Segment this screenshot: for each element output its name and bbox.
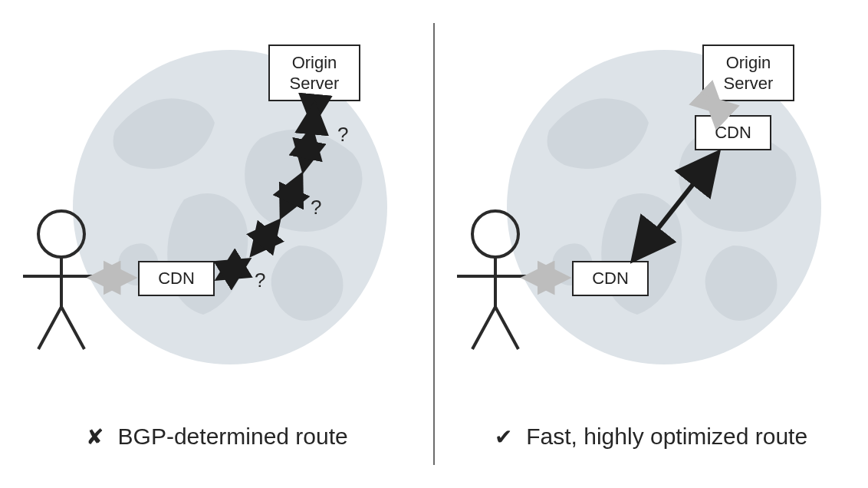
diagram-stage: OriginServer CDN ? ? ?	[0, 0, 868, 488]
right-caption: ✔ Fast, highly optimized route	[434, 424, 868, 450]
svg-line-4	[38, 307, 61, 349]
check-icon: ✔	[495, 425, 512, 449]
cdn-top-box: CDN	[695, 115, 771, 150]
svg-line-17	[495, 307, 518, 349]
left-caption: ✘ BGP-determined route	[0, 424, 434, 450]
cdn-bottom-box: CDN	[572, 261, 649, 296]
user-icon	[449, 203, 541, 357]
svg-line-16	[472, 307, 495, 349]
svg-line-5	[61, 307, 84, 349]
svg-point-13	[472, 211, 518, 257]
cdn-label: CDN	[158, 268, 195, 289]
left-caption-text: BGP-determined route	[118, 424, 348, 449]
right-panel: OriginServer CDN CDN ✔	[434, 0, 868, 488]
user-icon	[15, 203, 107, 357]
cross-icon: ✘	[86, 425, 104, 449]
origin-server-box: OriginServer	[268, 45, 360, 101]
cdn-box: CDN	[138, 261, 215, 296]
left-panel: OriginServer CDN ? ? ?	[0, 0, 434, 488]
question-mark: ?	[337, 123, 348, 147]
right-caption-text: Fast, highly optimized route	[526, 424, 807, 449]
origin-server-box: OriginServer	[702, 45, 794, 101]
cdn-bottom-label: CDN	[592, 268, 629, 289]
question-mark: ?	[255, 269, 265, 292]
svg-point-1	[38, 211, 84, 257]
origin-server-label: OriginServer	[724, 52, 774, 94]
cdn-top-label: CDN	[715, 122, 751, 143]
origin-server-label: OriginServer	[290, 52, 340, 94]
question-mark: ?	[311, 196, 321, 219]
